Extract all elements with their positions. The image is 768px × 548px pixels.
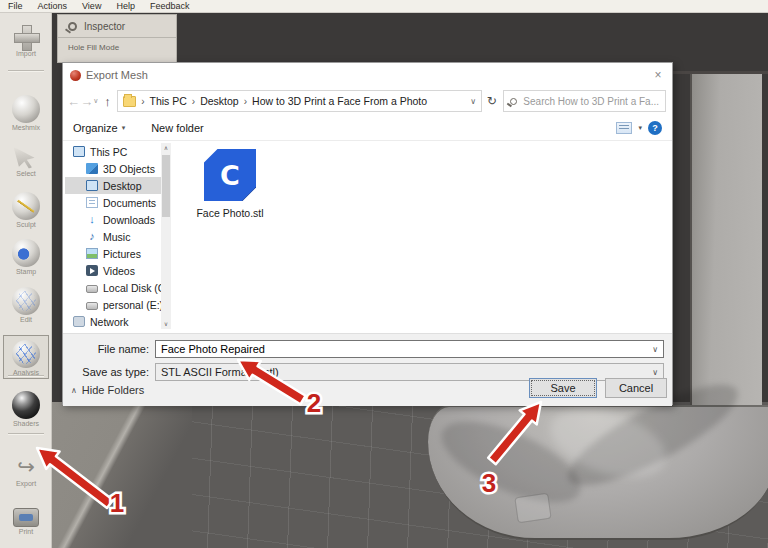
cancel-button[interactable]: Cancel <box>605 378 667 398</box>
shaders-label: Shaders <box>0 420 52 427</box>
breadcrumb-separator: › <box>192 96 195 107</box>
export-mesh-dialog: Export Mesh × ← → ∨ ↑ › This PC › Deskto… <box>62 62 673 405</box>
sidebar-item-analysis[interactable]: Analysis <box>0 340 52 376</box>
cube-icon <box>86 163 98 174</box>
folder-icon <box>123 96 136 107</box>
tree-item-music[interactable]: ♪ Music <box>65 228 161 245</box>
breadcrumb-folder[interactable]: How to 3D Print a Face From a Photo <box>252 95 427 107</box>
tree-item-network[interactable]: Network <box>65 313 161 329</box>
breadcrumb-this-pc[interactable]: This PC <box>149 95 186 107</box>
file-name-input[interactable]: Face Photo Repaired ∨ <box>155 340 664 358</box>
forward-icon[interactable]: → <box>80 94 93 109</box>
stamp-icon <box>12 239 40 267</box>
breadcrumb-desktop[interactable]: Desktop <box>200 95 239 107</box>
inspector-title: Inspector <box>84 21 125 32</box>
save-button[interactable]: Save <box>529 378 597 398</box>
tree-item-this-pc[interactable]: This PC <box>65 143 161 160</box>
drive-icon <box>86 302 98 310</box>
print-icon <box>13 508 39 527</box>
import-plus-icon <box>14 25 38 49</box>
organize-button[interactable]: Organize ▾ <box>73 122 125 134</box>
tree-item-personal-e[interactable]: personal (E:) <box>65 296 161 313</box>
scroll-down-icon[interactable]: ∨ <box>161 319 171 329</box>
dialog-body: This PC 3D Objects Desktop Documents ↓ D… <box>63 141 672 333</box>
inspector-magnifier-icon <box>68 22 77 31</box>
tree-item-documents[interactable]: Documents <box>65 194 161 211</box>
tree-item-local-disk-c[interactable]: Local Disk (C:) <box>65 279 161 296</box>
save-as-type-label: Save as type: <box>63 366 155 378</box>
export-label: Export <box>0 480 52 487</box>
menu-feedback[interactable]: Feedback <box>150 1 190 11</box>
new-folder-button[interactable]: New folder <box>151 122 204 134</box>
drive-icon <box>86 285 98 293</box>
sculpt-label: Sculpt <box>0 221 52 228</box>
edit-icon <box>12 287 40 315</box>
address-caret-icon[interactable]: ∨ <box>470 97 476 106</box>
organize-caret-icon: ▾ <box>122 124 126 132</box>
stamp-label: Stamp <box>0 268 52 275</box>
tree-scrollbar[interactable]: ∧ ∨ <box>161 143 171 329</box>
music-icon: ♪ <box>86 231 98 242</box>
menu-help[interactable]: Help <box>116 1 135 11</box>
sidebar-divider <box>8 433 44 434</box>
pictures-icon <box>86 248 98 259</box>
meshmix-label: Meshmix <box>0 124 52 131</box>
menu-actions[interactable]: Actions <box>38 1 68 11</box>
save-as-type-caret-icon[interactable]: ∨ <box>652 368 658 377</box>
file-item-label: Face Photo.stl <box>191 207 269 219</box>
meshmixer-logo-icon <box>70 70 81 81</box>
refresh-icon[interactable]: ↻ <box>482 94 501 108</box>
sidebar-divider <box>8 70 44 71</box>
up-icon[interactable]: ↑ <box>101 94 114 109</box>
back-icon[interactable]: ← <box>67 94 80 109</box>
menu-view[interactable]: View <box>82 1 101 11</box>
scroll-up-icon[interactable]: ∧ <box>161 143 171 153</box>
document-icon <box>86 197 98 208</box>
import-label: Import <box>0 50 52 57</box>
sidebar-item-import[interactable]: Import <box>0 25 52 57</box>
dialog-title-bar[interactable]: Export Mesh × <box>63 63 672 87</box>
sidebar-item-select[interactable]: Select <box>0 145 52 177</box>
history-caret-icon[interactable]: ∨ <box>93 97 101 105</box>
close-icon[interactable]: × <box>650 67 666 83</box>
inspector-panel: Inspector Hole Fill Mode <box>57 14 177 63</box>
address-bar[interactable]: › This PC › Desktop › How to 3D Print a … <box>117 90 482 112</box>
sidebar-divider <box>8 375 44 376</box>
help-icon[interactable]: ? <box>648 121 662 135</box>
export-arrow-icon: ↪ <box>0 455 52 479</box>
breadcrumb-separator: › <box>244 96 247 107</box>
sidebar-item-export[interactable]: ↪ Export <box>0 455 52 487</box>
hole-fill-mode-label[interactable]: Hole Fill Mode <box>58 38 176 52</box>
viewport-ground-edge <box>52 402 192 548</box>
select-cursor-icon <box>13 144 38 171</box>
file-name-caret-icon[interactable]: ∨ <box>652 345 658 354</box>
face-model-base[interactable] <box>428 405 768 540</box>
tool-sidebar: Import Meshmix Select Sculpt Stamp Edit … <box>0 13 52 548</box>
menu-file[interactable]: File <box>8 1 23 11</box>
tree-item-downloads[interactable]: ↓ Downloads <box>65 211 161 228</box>
view-mode-caret-icon[interactable]: ▾ <box>638 124 642 132</box>
file-item-face-photo[interactable]: C Face Photo.stl <box>191 149 269 219</box>
sidebar-item-print[interactable]: Print <box>0 508 52 535</box>
tree-item-3d-objects[interactable]: 3D Objects <box>65 160 161 177</box>
analysis-icon <box>12 340 40 368</box>
hide-folders-button[interactable]: ∧ Hide Folders <box>71 384 144 396</box>
view-mode-icon[interactable] <box>616 122 632 134</box>
sidebar-item-sculpt[interactable]: Sculpt <box>0 192 52 228</box>
meshmix-icon <box>12 95 40 123</box>
model-side-edge <box>690 74 762 426</box>
tree-item-videos[interactable]: Videos <box>65 262 161 279</box>
computer-icon <box>73 146 85 157</box>
sidebar-item-shaders[interactable]: Shaders <box>0 391 52 427</box>
sidebar-item-edit[interactable]: Edit <box>0 287 52 323</box>
scrollbar-thumb[interactable] <box>162 155 170 217</box>
tree-item-pictures[interactable]: Pictures <box>65 245 161 262</box>
file-name-label: File name: <box>63 343 155 355</box>
sidebar-item-stamp[interactable]: Stamp <box>0 239 52 275</box>
sidebar-item-meshmix[interactable]: Meshmix <box>0 95 52 131</box>
meshmixer-app: File Actions View Help Feedback Import M… <box>0 0 768 548</box>
search-input[interactable]: Search How to 3D Print a Fa... <box>503 90 666 112</box>
cura-stl-file-icon: C <box>204 149 256 201</box>
dialog-footer: File name: Face Photo Repaired ∨ Save as… <box>63 333 672 406</box>
tree-item-desktop[interactable]: Desktop <box>65 177 161 194</box>
